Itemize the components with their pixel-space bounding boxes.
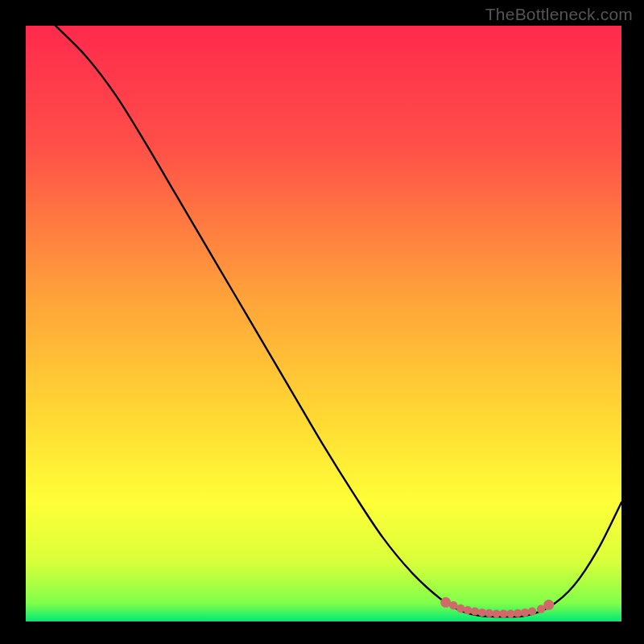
chart-svg xyxy=(26,26,621,621)
minimum-marker xyxy=(456,605,464,613)
minimum-marker xyxy=(543,600,554,610)
chart-frame: TheBottleneck.com xyxy=(0,0,644,644)
minimum-marker xyxy=(521,609,529,617)
minimum-marker xyxy=(506,609,514,617)
minimum-marker xyxy=(499,609,507,617)
minimum-marker xyxy=(485,609,493,617)
minimum-marker xyxy=(471,607,479,615)
minimum-marker xyxy=(528,607,536,615)
minimum-marker xyxy=(514,609,522,617)
minimum-marker xyxy=(492,609,500,617)
minimum-marker xyxy=(449,601,457,609)
minimum-marker xyxy=(464,606,472,614)
minimum-marker xyxy=(478,609,486,617)
watermark-text: TheBottleneck.com xyxy=(485,5,633,24)
chart-plot-area xyxy=(26,26,621,621)
gradient-background xyxy=(26,26,621,621)
